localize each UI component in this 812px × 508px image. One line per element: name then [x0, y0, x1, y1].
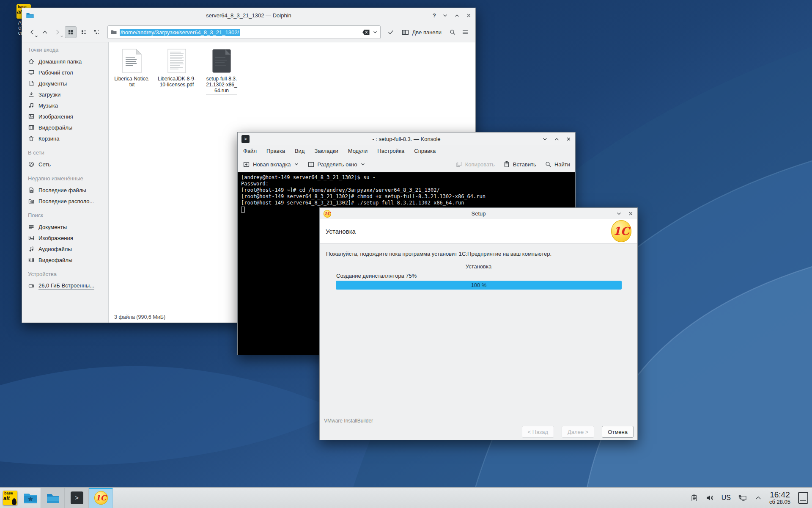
volume-icon[interactable]	[705, 494, 714, 502]
konsole-menubar: ФайлПравкаВидЗакладкиМодулиНастройкаСпра…	[238, 145, 575, 156]
back-dropdown-icon	[35, 35, 38, 38]
close-button[interactable]	[466, 13, 472, 18]
film-icon	[28, 124, 35, 131]
clock-time: 16:42	[769, 491, 790, 499]
maximize-button[interactable]	[554, 136, 560, 142]
file-item[interactable]: Liberica-Notice.txt	[110, 47, 154, 88]
find-button[interactable]: Найти	[545, 161, 570, 168]
copy-button[interactable]: Копировать	[455, 161, 495, 168]
clear-address-icon[interactable]	[362, 29, 370, 35]
minimize-button[interactable]	[616, 211, 622, 216]
task-konsole[interactable]: >	[65, 488, 89, 508]
menu-item[interactable]: Файл	[243, 148, 257, 154]
keyboard-layout-indicator[interactable]: US	[721, 494, 731, 502]
menu-item[interactable]: Модули	[348, 148, 368, 154]
menu-item[interactable]: Справка	[414, 148, 436, 154]
next-button[interactable]: Далее >	[562, 426, 594, 438]
icons-view-button[interactable]	[65, 26, 77, 38]
places-item[interactable]: Последние файлы	[28, 185, 108, 196]
menu-item[interactable]: Правка	[266, 148, 285, 154]
task-1c-setup[interactable]: 1С	[89, 488, 113, 508]
places-item[interactable]: Последние располо...	[28, 196, 108, 207]
close-button[interactable]	[628, 211, 634, 216]
places-item[interactable]: Рабочий стол	[28, 67, 108, 78]
dual-panel-label: Две панели	[412, 29, 442, 36]
menu-button[interactable]	[459, 26, 471, 39]
new-tab-button[interactable]: Новая вкладка	[243, 161, 299, 168]
minimize-button[interactable]	[442, 13, 448, 18]
address-text[interactable]: /home/andrey/Загрузки/server64_8_3_21_13…	[120, 29, 240, 36]
setup-titlebar[interactable]: 1С Setup	[320, 208, 637, 219]
menu-item[interactable]: Настройка	[377, 148, 404, 154]
folder-clock-icon	[28, 198, 35, 204]
places-item[interactable]: Сеть	[28, 159, 108, 170]
places-section-title: Устройства	[28, 271, 108, 277]
places-item[interactable]: Видеофайлы	[28, 254, 108, 265]
places-item-label: Музыка	[38, 102, 58, 109]
app-launcher-button[interactable]: base alt	[0, 488, 20, 508]
setup-title: Setup	[345, 210, 612, 217]
konsole-app-icon: >	[241, 135, 250, 143]
favorites-folder-button[interactable]	[20, 488, 41, 508]
desktop: base alt Альтстансвое server64_8_3_21_13…	[0, 0, 812, 508]
file-clock-icon	[28, 187, 35, 193]
clock[interactable]: 16:42 сб 28.05	[769, 491, 790, 505]
folder-star-icon	[23, 492, 38, 504]
image-icon	[28, 113, 35, 120]
file-item[interactable]: setup-full-8.3.21.1302-x86_64.run	[199, 47, 244, 94]
home-icon	[28, 58, 35, 65]
back-button[interactable]: < Назад	[522, 426, 554, 438]
split-view-button[interactable]: Две панели	[398, 26, 446, 39]
1c-app-icon: 1С	[324, 210, 331, 218]
places-item[interactable]: Документы	[28, 78, 108, 89]
places-item[interactable]: Видеофайлы	[28, 122, 108, 133]
places-item[interactable]: Домашняя папка	[28, 56, 108, 67]
up-icon	[41, 29, 48, 36]
places-item[interactable]: Аудиофайлы	[28, 243, 108, 254]
places-item[interactable]: Музыка	[28, 100, 108, 111]
split-window-button[interactable]: Разделить окно	[307, 161, 365, 168]
details-view-button[interactable]	[78, 27, 89, 38]
help-button[interactable]: ?	[433, 12, 436, 19]
download-icon	[28, 91, 35, 98]
network-icon[interactable]	[738, 494, 747, 502]
places-item[interactable]: Документы	[28, 221, 108, 232]
konsole-titlebar[interactable]: > - : setup-full-8.3. — Konsole	[238, 133, 575, 145]
dolphin-app-icon	[26, 12, 34, 19]
show-desktop-button[interactable]	[798, 491, 809, 504]
task-dolphin[interactable]	[41, 488, 65, 508]
accept-address-button[interactable]	[385, 26, 397, 39]
clipboard-tray-icon[interactable]	[690, 494, 698, 502]
audio-icon	[28, 246, 35, 252]
places-item[interactable]: Корзина	[28, 133, 108, 144]
places-item[interactable]: Изображения	[28, 232, 108, 243]
places-section-title: В сети	[28, 149, 108, 156]
tree-view-button[interactable]	[91, 27, 102, 38]
up-button[interactable]	[39, 26, 51, 39]
file-item[interactable]: LibericaJDK-8-9-10-licenses.pdf	[154, 47, 199, 88]
paste-button[interactable]: Вставить	[503, 161, 536, 168]
minimize-button[interactable]	[542, 136, 548, 142]
back-button[interactable]	[26, 26, 38, 39]
places-item[interactable]: Изображения	[28, 111, 108, 122]
search-button[interactable]	[447, 26, 458, 39]
file-icon-run	[212, 47, 231, 75]
places-section-title: Точки входа	[28, 47, 108, 53]
menu-item[interactable]: Закладки	[314, 148, 338, 154]
places-item-label: Видеофайлы	[38, 124, 72, 131]
places-item[interactable]: Загрузки	[28, 89, 108, 100]
places-item[interactable]: 26,0 ГиБ Встроенны...	[28, 280, 108, 291]
setup-group-title: Установка	[320, 263, 637, 270]
maximize-button[interactable]	[454, 13, 460, 18]
cancel-button[interactable]: Отмена	[602, 426, 634, 438]
places-item-label: Домашняя папка	[38, 58, 82, 65]
forward-button[interactable]	[52, 26, 63, 39]
location-bar[interactable]: /home/andrey/Загрузки/server64_8_3_21_13…	[107, 25, 381, 39]
close-button[interactable]	[566, 136, 571, 142]
dolphin-titlebar[interactable]: server64_8_3_21_1302 — Dolphin ?	[22, 8, 475, 22]
terminal-line: [root@host-149 server64_8_3_21_1302]# ch…	[241, 193, 572, 200]
tray-expand-icon[interactable]	[754, 495, 762, 501]
menu-item[interactable]: Вид	[295, 148, 305, 154]
address-dropdown-icon[interactable]	[373, 30, 378, 35]
dolphin-title: server64_8_3_21_1302 — Dolphin	[47, 12, 450, 19]
